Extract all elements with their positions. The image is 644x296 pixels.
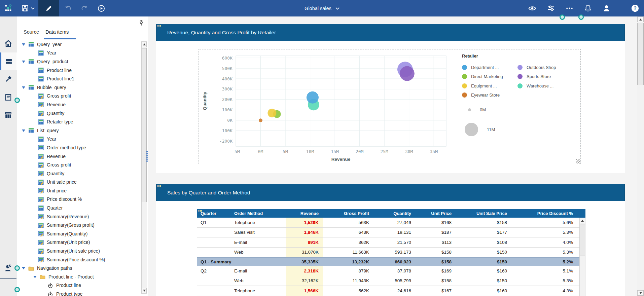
- legend-item[interactable]: Equipment ...: [462, 81, 503, 90]
- app-logo-icon[interactable]: [0, 0, 17, 16]
- tree-item[interactable]: Product line1: [16, 74, 141, 83]
- tree-item[interactable]: Navigation paths: [16, 264, 141, 272]
- table-row[interactable]: Sales visit1,846K643K19,131$187$1775.3%: [197, 228, 585, 238]
- legend-item[interactable]: Sports Store: [517, 72, 556, 81]
- rail-pages-button[interactable]: [0, 88, 16, 106]
- tree-item[interactable]: Summary(Quantity): [16, 229, 141, 238]
- scroll-up-button[interactable]: [637, 17, 644, 22]
- table-row[interactable]: Telephone1,566K562K24,616$167$1604.3%: [197, 286, 585, 296]
- panel-splitter-handle[interactable]: [146, 151, 148, 162]
- legend-item[interactable]: Outdoors Shop: [517, 63, 556, 72]
- coachmark-more-options[interactable]: [578, 14, 584, 20]
- column-header[interactable]: Unit Price: [416, 209, 456, 218]
- chart-bubble[interactable]: [267, 109, 276, 117]
- tree-item[interactable]: Gross profit: [16, 160, 141, 169]
- account-button[interactable]: [602, 4, 611, 13]
- tree-item[interactable]: Quantity: [16, 109, 141, 118]
- tree-item[interactable]: Summary(Unit price): [16, 238, 141, 247]
- tree-item[interactable]: Product line: [16, 66, 141, 75]
- scroll-down-button[interactable]: [637, 290, 644, 296]
- panel-scrollbar[interactable]: [141, 41, 147, 294]
- column-header[interactable]: Revenue: [286, 209, 323, 218]
- expander-arrow-icon[interactable]: [22, 267, 25, 271]
- tree-item[interactable]: Gross profit: [16, 92, 141, 101]
- expander-arrow-icon[interactable]: [33, 276, 37, 280]
- more-options-button[interactable]: [565, 4, 574, 13]
- tree-item[interactable]: Summary(Revenue): [16, 212, 141, 221]
- redo-button[interactable]: [76, 0, 93, 16]
- tree-item[interactable]: Product line - Product: [16, 272, 141, 281]
- selection-handles[interactable]: [157, 25, 162, 27]
- column-header[interactable]: Order Method: [231, 209, 286, 218]
- expander-arrow-icon[interactable]: [22, 43, 25, 47]
- scroll-down-button[interactable]: [142, 288, 147, 293]
- resize-handle[interactable]: [576, 159, 580, 163]
- expander-arrow-icon[interactable]: [22, 86, 25, 90]
- canvas-scrollbar[interactable]: [637, 16, 644, 296]
- rail-build-button[interactable]: [0, 70, 16, 88]
- tree-item[interactable]: Unit price: [16, 186, 141, 195]
- tree-item[interactable]: Revenue: [16, 152, 141, 161]
- tree-item[interactable]: Summary(Unit sale price): [16, 247, 141, 255]
- scrollbar-thumb[interactable]: [637, 23, 644, 85]
- table-summary-row[interactable]: Q1 - Summary35,335K13,232K660,923$158$15…: [197, 257, 585, 266]
- run-button[interactable]: [93, 0, 110, 16]
- tab-data-items[interactable]: Data items: [45, 29, 69, 35]
- legend-item[interactable]: Warehouse ...: [517, 81, 556, 90]
- tree-item[interactable]: Price discount %: [16, 195, 141, 204]
- tree-item[interactable]: Summary(Price discount %): [16, 255, 141, 264]
- report-title-dropdown[interactable]: Global sales: [305, 0, 339, 16]
- chart-bubble[interactable]: [307, 91, 319, 104]
- expander-arrow-icon[interactable]: [22, 61, 25, 65]
- sales-list-table[interactable]: QuarterOrder MethodRevenueGross ProfitQu…: [197, 209, 585, 296]
- scroll-up-button[interactable]: [142, 42, 147, 47]
- tree-item[interactable]: Year: [16, 49, 141, 58]
- tree-item[interactable]: Query_year: [16, 40, 141, 49]
- notifications-button[interactable]: [583, 4, 592, 13]
- rail-home-button[interactable]: [0, 35, 16, 52]
- preview-eye-button[interactable]: [528, 4, 537, 13]
- save-button[interactable]: [17, 0, 38, 16]
- legend-item[interactable]: Department ...: [462, 63, 503, 72]
- table-scrollbar[interactable]: [579, 218, 585, 296]
- tree-item[interactable]: Unit sale price: [16, 178, 141, 187]
- selection-handles[interactable]: [157, 185, 162, 187]
- help-button[interactable]: [631, 4, 639, 13]
- legend-item[interactable]: Eyewear Store: [462, 90, 503, 100]
- legend-item[interactable]: Direct Marketing: [462, 72, 503, 81]
- chart-widget-titlebar[interactable]: Revenue, Quantity and Gross Profit by Re…: [156, 24, 625, 41]
- tree-item[interactable]: Product type: [16, 290, 141, 296]
- scrollbar-thumb[interactable]: [580, 224, 585, 256]
- rail-shared-users-button[interactable]: [0, 259, 16, 276]
- coachmark-add[interactable]: [14, 287, 20, 292]
- rail-data-button[interactable]: [0, 52, 16, 70]
- coachmark-visualizations[interactable]: [14, 98, 20, 103]
- table-row[interactable]: E-mail891K362K21,570$113$1084.0%: [197, 237, 585, 248]
- tree-item[interactable]: Quantity: [16, 169, 141, 178]
- tree-item[interactable]: Quarter: [16, 204, 141, 212]
- table-header-row[interactable]: QuarterOrder MethodRevenueGross ProfitQu…: [197, 209, 585, 218]
- pin-panel-button[interactable]: [138, 19, 146, 27]
- tree-item[interactable]: Order method type: [16, 143, 141, 152]
- rail-visualizations-button[interactable]: [0, 106, 16, 124]
- scroll-up-button[interactable]: [580, 218, 585, 223]
- table-row[interactable]: Q2E-mail2,318K879K37,078$169$1605.1%: [197, 266, 585, 276]
- table-row[interactable]: Web32,162K11,943K505,799$158$1505.3%: [197, 276, 585, 286]
- table-row[interactable]: Web31,070K11,663K593,173$158$1505.3%: [197, 248, 585, 258]
- filters-button[interactable]: [546, 4, 555, 13]
- expander-arrow-icon[interactable]: [22, 130, 25, 134]
- chart-bubble[interactable]: [400, 66, 415, 81]
- selection-handles[interactable]: [198, 210, 203, 212]
- table-widget-titlebar[interactable]: Sales by Quarter and Order Method: [156, 184, 625, 201]
- undo-button[interactable]: [59, 0, 76, 16]
- tree-item[interactable]: Bubble_query: [16, 83, 141, 92]
- column-header[interactable]: Price Discount %: [511, 209, 579, 218]
- scrollbar-thumb[interactable]: [142, 48, 147, 202]
- tree-item[interactable]: Summary(Gross profit): [16, 221, 141, 229]
- column-header[interactable]: Gross Profit: [323, 209, 373, 218]
- table-row[interactable]: Q1Telephone1,529K563K27,049$168$1585.6%: [197, 218, 585, 228]
- edit-tool-button[interactable]: [38, 0, 59, 16]
- coachmark-shared-users[interactable]: [14, 265, 20, 271]
- tree-item[interactable]: Revenue: [16, 100, 141, 109]
- coachmark-filters[interactable]: [560, 14, 565, 20]
